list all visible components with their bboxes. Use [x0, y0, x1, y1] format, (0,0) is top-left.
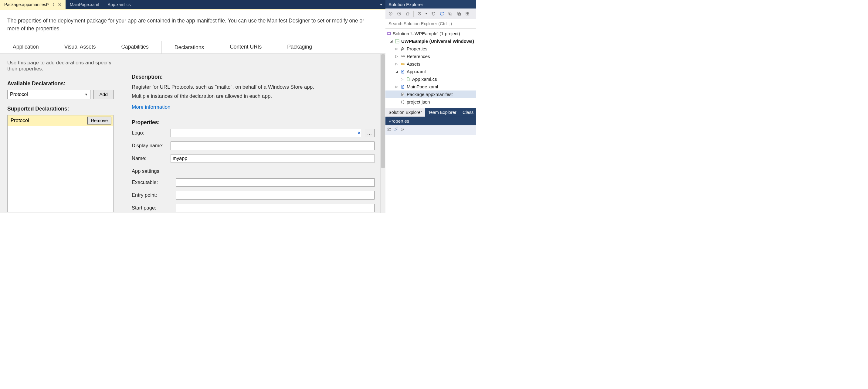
properties-panel-header: Properties: [385, 117, 476, 125]
refresh-icon[interactable]: [439, 10, 445, 17]
inner-tab-capabilities[interactable]: Capabilities: [108, 41, 161, 54]
expand-collapse-icon[interactable]: ▷: [395, 62, 399, 66]
sync-icon[interactable]: [430, 10, 437, 17]
property-row-start-page: Start page:: [132, 204, 374, 212]
inner-tab-label: Packaging: [287, 44, 312, 50]
property-row-executable: Executable:: [132, 178, 374, 187]
alphabetical-icon[interactable]: [394, 127, 398, 133]
button-label: Add: [99, 92, 108, 97]
solution-explorer-search: [385, 19, 476, 29]
tree-properties-node[interactable]: ▷ Properties: [385, 45, 476, 53]
tree-appxamlcs-node[interactable]: ▷ App.xaml.cs: [385, 75, 476, 83]
tree-label: Properties: [407, 46, 427, 51]
nav-back-icon[interactable]: [387, 10, 394, 17]
expand-collapse-icon[interactable]: ◢: [395, 69, 399, 73]
tree-project-node[interactable]: ◢ C# UWPEample (Universal Windows): [385, 37, 476, 45]
inner-tab-label: Declarations: [175, 44, 204, 51]
tab-label: Class: [463, 110, 473, 115]
tree-assets-node[interactable]: ▷ Assets: [385, 60, 476, 68]
tree-tempkey-node[interactable]: UWPEample_TemporaryKey.pfx: [385, 106, 476, 108]
wrench-icon[interactable]: [401, 127, 405, 133]
expand-collapse-icon[interactable]: ▷: [395, 54, 399, 58]
expand-collapse-icon[interactable]: ▷: [395, 85, 399, 89]
svg-rect-13: [403, 56, 405, 57]
svg-rect-10: [396, 39, 399, 43]
close-icon[interactable]: [58, 3, 61, 6]
property-row-display-name: Display name:: [132, 142, 374, 150]
supported-declarations-list[interactable]: Protocol Remove: [7, 115, 114, 212]
expand-collapse-icon[interactable]: ▷: [395, 47, 399, 51]
solution-tree[interactable]: Solution 'UWPEample' (1 project) ◢ C# UW…: [385, 29, 476, 108]
tree-mainpage-node[interactable]: ▷ MainPage.xaml: [385, 83, 476, 90]
scrollbar-thumb[interactable]: [381, 54, 385, 168]
home-icon[interactable]: [404, 10, 411, 17]
inner-tab-label: Content URIs: [230, 44, 261, 50]
tree-label: Solution 'UWPEample' (1 project): [393, 31, 460, 36]
bottom-tab-team-explorer[interactable]: Team Explorer: [425, 108, 459, 117]
declarations-area: Use this page to add declarations and sp…: [0, 54, 385, 213]
tab-package-appxmanifest[interactable]: Package.appxmanifest*: [0, 0, 66, 9]
divider: [163, 171, 374, 171]
cs-file-icon: [405, 77, 411, 82]
categorized-icon[interactable]: [387, 127, 392, 133]
tree-projectjson-node[interactable]: project.json: [385, 98, 476, 106]
tabstrip-overflow-button[interactable]: [377, 0, 385, 9]
description-body: Register for URL Protocols, such as "mai…: [132, 83, 374, 112]
show-all-files-icon[interactable]: [456, 10, 462, 17]
start-page-input[interactable]: [176, 204, 374, 212]
description-line: Register for URL Protocols, such as "mai…: [132, 83, 374, 91]
display-name-input[interactable]: [170, 142, 374, 150]
executable-input[interactable]: [176, 178, 374, 187]
inner-tab-visual-assets[interactable]: Visual Assets: [52, 41, 108, 54]
nav-forward-icon[interactable]: [396, 10, 402, 17]
pending-changes-icon[interactable]: [416, 10, 423, 17]
properties-icon[interactable]: [464, 10, 471, 17]
tab-label: MainPage.xaml: [70, 2, 99, 7]
tree-references-node[interactable]: ▷ References: [385, 53, 476, 60]
available-declarations-combo[interactable]: Protocol ▼: [7, 90, 90, 99]
tree-solution-node[interactable]: Solution 'UWPEample' (1 project): [385, 30, 476, 37]
pin-icon[interactable]: [52, 3, 55, 6]
svg-rect-8: [387, 32, 391, 35]
more-information-link[interactable]: More information: [132, 103, 170, 111]
browse-logo-button[interactable]: ...: [365, 129, 374, 137]
properties-toolbar: [385, 125, 476, 135]
inner-tab-label: Visual Assets: [64, 44, 96, 50]
bottom-tab-class-view[interactable]: Class: [460, 108, 476, 117]
tab-mainpage-xaml[interactable]: MainPage.xaml: [66, 0, 103, 9]
add-declaration-button[interactable]: Add: [93, 90, 114, 99]
collapse-all-icon[interactable]: [447, 10, 454, 17]
spacer: [132, 60, 374, 74]
tab-app-xaml-cs[interactable]: App.xaml.cs: [103, 0, 135, 9]
tree-manifest-node[interactable]: Package.appxmanifest: [385, 90, 476, 98]
supported-declaration-item[interactable]: Protocol Remove: [8, 115, 113, 126]
svg-rect-16: [388, 128, 389, 129]
tree-appxaml-node[interactable]: ◢ App.xaml: [385, 68, 476, 75]
properties-panel-body: [385, 135, 476, 213]
expand-collapse-icon[interactable]: ◢: [389, 39, 393, 43]
solution-bottom-tabs: Solution Explorer Team Explorer Class: [385, 108, 476, 117]
entry-point-input[interactable]: [176, 191, 374, 200]
clear-icon[interactable]: ✕: [356, 130, 362, 136]
chevron-down-icon: ▼: [85, 93, 88, 96]
inner-tab-packaging[interactable]: Packaging: [274, 41, 325, 54]
vertical-scrollbar[interactable]: [380, 54, 385, 213]
bottom-tab-solution-explorer[interactable]: Solution Explorer: [385, 108, 425, 117]
solution-explorer-toolbar: [385, 8, 476, 19]
inner-tab-content-uris[interactable]: Content URIs: [217, 41, 274, 54]
expand-collapse-icon[interactable]: ▷: [400, 77, 404, 81]
inner-tab-application[interactable]: Application: [0, 41, 52, 54]
json-file-icon: [400, 99, 405, 105]
solution-explorer-header: Solution Explorer: [385, 0, 476, 8]
inner-tab-declarations[interactable]: Declarations: [161, 41, 217, 54]
panel-title: Solution Explorer: [389, 2, 423, 7]
tree-label: Package.appxmanifest: [407, 92, 453, 97]
description-title: Description:: [132, 74, 374, 80]
logo-input[interactable]: [170, 129, 361, 137]
panel-title: Properties: [389, 118, 409, 124]
chevron-down-icon[interactable]: [425, 10, 428, 17]
solution-explorer-search-input[interactable]: [385, 19, 476, 28]
remove-declaration-button[interactable]: Remove: [87, 117, 112, 124]
side-column: Solution Explorer Solution 'UWPEample' (…: [385, 0, 476, 213]
name-input[interactable]: [170, 154, 374, 163]
